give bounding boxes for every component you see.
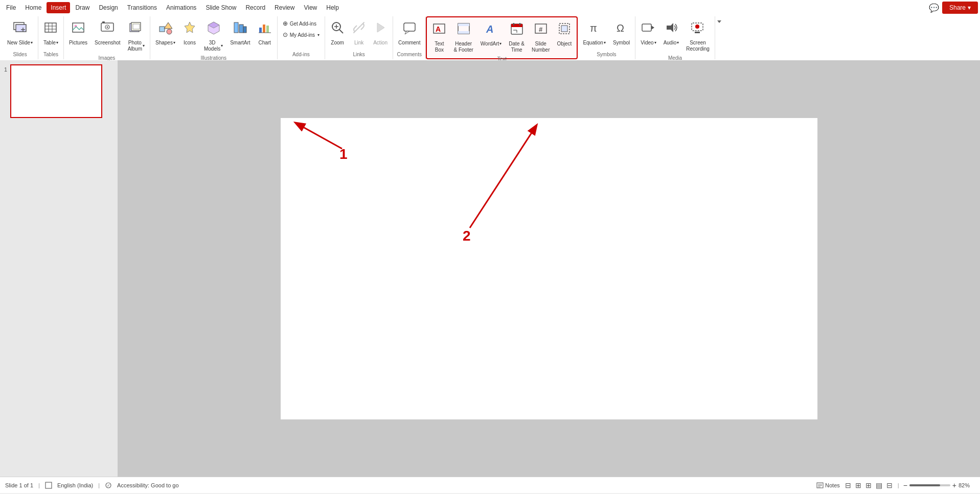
screenshot-button[interactable]: Screenshot xyxy=(92,18,124,48)
symbol-button[interactable]: Ω Symbol xyxy=(610,18,633,48)
svg-marker-36 xyxy=(377,23,384,32)
audio-button[interactable]: Audio ▾ xyxy=(660,18,682,48)
object-button[interactable]: Object xyxy=(554,19,575,49)
wordart-button[interactable]: A WordArt ▾ xyxy=(477,19,505,49)
svg-text:A: A xyxy=(486,23,493,35)
comment-icon xyxy=(402,20,417,39)
menu-file[interactable]: File xyxy=(2,2,20,13)
zoom-button[interactable]: Zoom xyxy=(327,18,348,48)
new-slide-button[interactable]: New Slide ▾ xyxy=(4,18,36,48)
svg-rect-26 xyxy=(243,27,246,33)
notes-button[interactable]: Notes xyxy=(816,482,840,489)
date-time-button[interactable]: Date &Time xyxy=(506,19,528,55)
zoom-slider[interactable] xyxy=(909,484,950,486)
chat-icon[interactable]: 💬 xyxy=(929,3,939,13)
svg-marker-63 xyxy=(717,20,721,23)
screen-recording-button[interactable]: ScreenRecording xyxy=(683,18,713,54)
slide-thumbnail[interactable] xyxy=(10,64,102,118)
svg-rect-57 xyxy=(642,24,651,31)
menu-home[interactable]: Home xyxy=(21,2,45,13)
svg-point-13 xyxy=(107,27,108,28)
share-button[interactable]: Share ▾ xyxy=(942,2,978,14)
zoom-percent[interactable]: 82% xyxy=(959,482,975,488)
svg-text:#: # xyxy=(539,26,543,33)
slide-sorter-icon[interactable]: ⊞ xyxy=(864,480,873,490)
shapes-button[interactable]: Shapes ▾ xyxy=(152,18,178,48)
table-button[interactable]: Table ▾ xyxy=(40,18,61,48)
3d-models-button[interactable]: 3DModels ▾ xyxy=(201,18,226,54)
svg-marker-58 xyxy=(651,26,654,30)
audio-icon xyxy=(664,20,678,39)
zoom-in-icon[interactable]: + xyxy=(952,481,956,489)
menu-insert[interactable]: Insert xyxy=(47,2,70,13)
chart-button[interactable]: Chart xyxy=(255,18,275,48)
status-icon xyxy=(45,482,52,489)
svg-rect-46 xyxy=(511,24,522,27)
header-footer-button[interactable]: Header& Footer xyxy=(450,19,476,55)
svg-text:✓: ✓ xyxy=(107,483,110,488)
menu-review[interactable]: Review xyxy=(270,2,299,13)
ribbon-group-text: A TextBox Header& Footer xyxy=(426,16,578,59)
main-area: 1 1 2 xyxy=(0,60,980,477)
reading-view-icon[interactable]: ▤ xyxy=(875,480,883,490)
status-bar: Slide 1 of 1 | English (India) | ✓ Acces… xyxy=(0,477,980,493)
text-box-icon: A xyxy=(432,21,446,40)
ribbon-group-illustrations: Shapes ▾ Icons xyxy=(150,16,278,59)
ribbon-group-links: Zoom Link Action xyxy=(325,16,393,59)
svg-line-66 xyxy=(470,126,536,228)
symbol-icon: Ω xyxy=(614,20,629,39)
svg-line-65 xyxy=(296,123,342,149)
menu-draw[interactable]: Draw xyxy=(71,2,94,13)
menu-record[interactable]: Record xyxy=(241,2,269,13)
chart-icon xyxy=(258,20,272,39)
menu-transitions[interactable]: Transitions xyxy=(123,2,161,13)
slide-thumb-container: 1 xyxy=(4,64,113,118)
svg-rect-43 xyxy=(458,31,469,34)
get-addins-icon: ⊕ xyxy=(283,20,288,27)
svg-rect-70 xyxy=(817,483,823,488)
svg-line-32 xyxy=(339,30,343,33)
ribbon-expand-arrow[interactable] xyxy=(715,16,723,59)
action-button[interactable]: Action xyxy=(370,18,391,48)
svg-rect-28 xyxy=(263,25,265,33)
ribbon-group-addins: ⊕ Get Add-ins ⊙ My Add-ins ▾ Add-ins xyxy=(278,16,325,59)
svg-rect-24 xyxy=(234,22,238,33)
status-bar-right: Notes ⊟ ⊞ ⊞ ▤ ⊟ | − + 82% xyxy=(816,480,975,490)
svg-text:Ω: Ω xyxy=(617,22,624,34)
comment-button[interactable]: Comment xyxy=(395,18,423,48)
notes-icon xyxy=(816,482,824,489)
pictures-button[interactable]: Pictures xyxy=(66,18,90,48)
menu-view[interactable]: View xyxy=(300,2,321,13)
annotation-svg: 1 2 xyxy=(281,118,817,419)
accessibility-icon: ✓ xyxy=(105,482,112,489)
comments-group-label: Comments xyxy=(395,51,423,58)
link-button[interactable]: Link xyxy=(349,18,369,48)
presenter-view-icon[interactable]: ⊟ xyxy=(885,480,894,490)
svg-rect-62 xyxy=(695,32,700,33)
menu-slideshow[interactable]: Slide Show xyxy=(201,2,240,13)
normal-view-icon[interactable]: ⊟ xyxy=(844,480,852,490)
equation-button[interactable]: π Equation ▾ xyxy=(580,18,608,48)
outline-view-icon[interactable]: ⊞ xyxy=(854,480,862,490)
smartart-icon xyxy=(233,20,247,39)
svg-marker-19 xyxy=(164,22,172,29)
svg-marker-59 xyxy=(667,23,673,32)
wordart-icon: A xyxy=(484,21,498,40)
menu-animations[interactable]: Animations xyxy=(162,2,200,13)
slide-number-button[interactable]: # SlideNumber xyxy=(529,19,553,55)
zoom-out-icon[interactable]: − xyxy=(903,481,907,489)
svg-text:A: A xyxy=(436,25,441,33)
photo-album-button[interactable]: PhotoAlbum ▾ xyxy=(125,18,148,54)
photo-album-icon xyxy=(129,20,143,39)
video-button[interactable]: Video ▾ xyxy=(637,18,659,48)
menu-design[interactable]: Design xyxy=(95,2,122,13)
annotation-label-2: 2 xyxy=(463,228,471,244)
icons-button[interactable]: Icons xyxy=(179,18,200,48)
smartart-button[interactable]: SmartArt xyxy=(227,18,253,48)
my-addins-button[interactable]: ⊙ My Add-ins ▾ xyxy=(280,30,323,40)
slide-canvas[interactable]: 1 2 xyxy=(281,118,817,419)
symbols-group-label: Symbols xyxy=(580,51,633,58)
text-box-button[interactable]: A TextBox xyxy=(429,19,449,55)
menu-help[interactable]: Help xyxy=(322,2,343,13)
get-addins-button[interactable]: ⊕ Get Add-ins xyxy=(280,18,323,29)
